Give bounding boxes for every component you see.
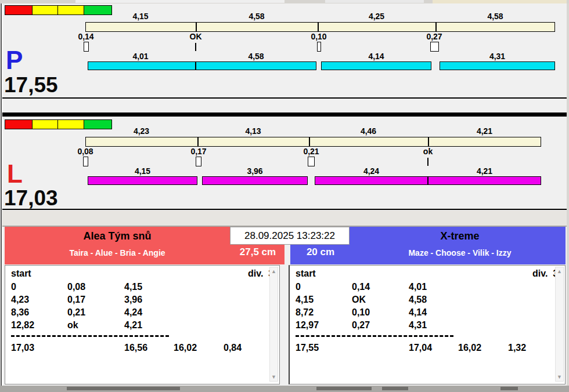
- table-row: 8,360,214,24: [5, 307, 279, 319]
- segment-label-l3: 4,24: [315, 167, 428, 176]
- lane-total-p: 17,55: [4, 74, 58, 96]
- distance-right: 20 cm: [293, 246, 348, 258]
- lane-total-l: 17,03: [4, 187, 58, 209]
- segment-label-l1: 4,15: [88, 167, 197, 176]
- zone-yellow-1: [33, 120, 59, 129]
- team-members-left: Taira - Alue - Bria - Angie: [5, 248, 230, 257]
- exchange-mark-p4: [430, 42, 439, 52]
- segment-divider-l1: [427, 176, 428, 185]
- exchange-label-l1: 0,08: [69, 147, 102, 156]
- table-row: 4,15OK4,58: [290, 295, 565, 306]
- segment-label-l2: 3,96: [202, 167, 308, 176]
- team-name-right: X-treme: [354, 230, 566, 242]
- table-header-start: start: [11, 268, 31, 279]
- split-label-l1: 4,23: [85, 127, 197, 136]
- exchange-label-p1: 0,14: [70, 32, 102, 41]
- team-name-left: Alea Tým snů: [5, 230, 230, 242]
- exchange-label-l2: 0,17: [182, 147, 215, 156]
- split-label-l3: 4,46: [309, 127, 428, 136]
- exchange-mark-p2: [195, 43, 196, 51]
- spacer-band: [2, 210, 567, 227]
- segment-bar-p2: [321, 61, 431, 70]
- lane-l-bottom-border: [2, 209, 567, 210]
- segment-divider-p1: [195, 61, 196, 70]
- table-row: 4,230,173,96: [5, 295, 279, 306]
- split-divider-p1: [196, 22, 197, 32]
- exchange-label-l3: 0,21: [295, 147, 327, 156]
- table-row: 12,82ok4,21: [5, 320, 279, 332]
- timing-app-window: 4,15 4,58 4,25 4,58 0,14 OK 0,10 0,27 4,…: [0, 0, 569, 392]
- exchange-mark-p3: [317, 42, 321, 52]
- zone-yellow-2: [58, 120, 84, 129]
- window-right-border: [567, 3, 569, 386]
- scrollbar-down-button[interactable]: ▼: [556, 373, 563, 381]
- scrollbar-down-button[interactable]: ▼: [270, 373, 278, 381]
- distance-left: 27,5 cm: [230, 246, 286, 258]
- results-table-right: start div. 3 00,144,01 4,15OK4,58 8,720,…: [289, 265, 566, 384]
- segment-label-p2: 4,58: [196, 52, 316, 61]
- lane-letter-l: L: [7, 161, 23, 187]
- zone-red: [5, 6, 33, 14]
- table-totals-row: 17,5517,0416,021,32: [290, 343, 565, 354]
- segment-label-l4: 4,21: [428, 167, 541, 176]
- background-window-strip: [0, 0, 569, 3]
- lane-letter-p: P: [6, 48, 23, 73]
- segment-bar-p1: [88, 61, 316, 70]
- table-row: 00,084,15: [5, 282, 279, 293]
- segment-bar-l2: [202, 176, 308, 185]
- lane-separator-bar: [2, 112, 567, 117]
- exchange-mark-l1: [83, 157, 88, 166]
- window-left-border: [1, 3, 2, 386]
- results-table-left: start div. 3 00,084,15 4,230,173,96 8,36…: [5, 265, 280, 384]
- segment-label-p1: 4,01: [85, 52, 196, 61]
- exchange-label-p3: 0,10: [302, 32, 335, 41]
- table-totals-row: 17,0316,5616,020,84: [5, 343, 279, 354]
- taskbar-strip: [0, 386, 569, 392]
- zone-red: [5, 120, 33, 129]
- split-label-p3: 4,25: [318, 12, 435, 21]
- table-row: 00,144,01: [290, 282, 565, 293]
- datetime-display: 28.09.2025 13:23:22: [230, 227, 350, 245]
- split-divider-l1: [197, 137, 199, 147]
- table-row: 8,720,104,14: [290, 307, 565, 319]
- lane-p-bottom-border: [2, 97, 567, 99]
- segment-label-p3: 4,14: [321, 52, 431, 61]
- scrollbar-track[interactable]: ▲ ▼: [269, 267, 278, 382]
- split-label-l4: 4,21: [428, 127, 541, 136]
- scrollbar-track[interactable]: ▲ ▼: [555, 267, 564, 382]
- exchange-label-p4: 0,27: [418, 32, 451, 41]
- table-separator: [11, 335, 169, 337]
- split-label-p4: 4,58: [435, 12, 555, 21]
- team-members-right: Maze - Choose - Vilik - Izzy: [354, 248, 566, 257]
- split-label-p2: 4,58: [196, 12, 318, 21]
- zone-yellow-1: [33, 6, 59, 14]
- segment-bar-p3: [440, 61, 555, 70]
- split-divider-l2: [309, 137, 310, 147]
- scrollbar-up-button[interactable]: ▲: [556, 267, 563, 275]
- table-separator: [296, 335, 453, 337]
- table-header-start: start: [296, 268, 316, 279]
- zone-yellow-2: [58, 6, 84, 14]
- split-label-p1: 4,15: [85, 12, 196, 21]
- exchange-mark-l4: [427, 158, 428, 166]
- table-header-div: div. 3: [532, 268, 558, 279]
- segment-bar-l1: [88, 176, 197, 185]
- split-bar-p: [85, 22, 555, 32]
- scrollbar-up-button[interactable]: ▲: [270, 267, 278, 275]
- exchange-mark-l2: [196, 157, 201, 166]
- segment-label-p4: 4,31: [440, 52, 555, 61]
- exchange-label-l4: ok: [412, 147, 444, 156]
- split-divider-p3: [435, 22, 437, 32]
- exchange-mark-p1: [84, 42, 89, 52]
- split-divider-p2: [318, 22, 319, 32]
- split-label-l2: 4,13: [197, 127, 309, 136]
- split-divider-l3: [428, 137, 429, 147]
- table-row: 12,970,274,31: [290, 320, 565, 332]
- window-left-border-highlight: [2, 3, 3, 386]
- exchange-label-p2: OK: [179, 32, 212, 41]
- exchange-mark-l3: [308, 157, 315, 166]
- split-bar-l: [85, 137, 541, 147]
